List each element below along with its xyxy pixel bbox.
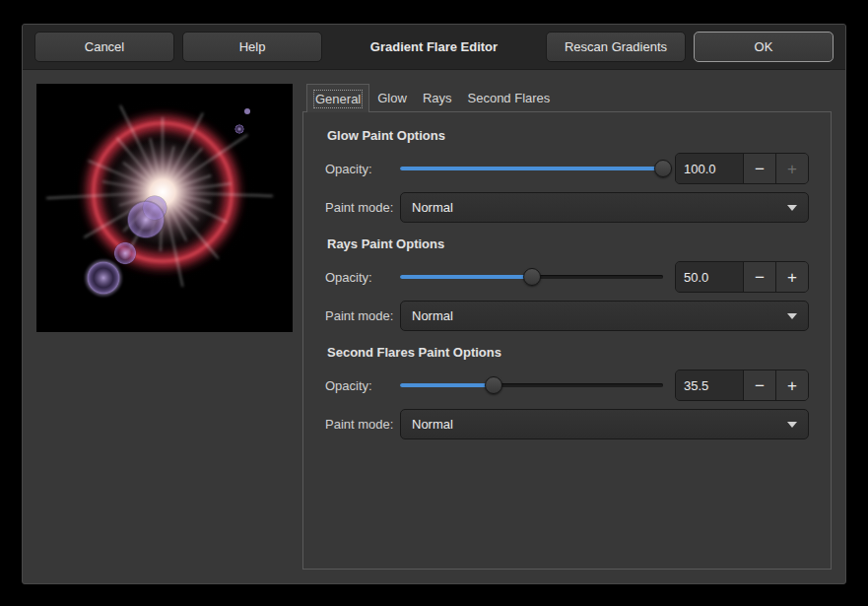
minus-icon: − <box>755 269 765 286</box>
tab-rays-label: Rays <box>423 91 452 105</box>
plus-icon: + <box>787 377 797 394</box>
dropdown-arrow-icon <box>787 422 797 428</box>
tab-second-flares-label: Second Flares <box>468 91 551 105</box>
glow-opacity-row: Opacity: 100.0 − + <box>325 153 809 184</box>
rays-opacity-decrease-button[interactable]: − <box>743 262 775 292</box>
slider-fill <box>400 383 494 387</box>
second-flares-opacity-increase-button[interactable]: + <box>775 370 808 400</box>
help-button[interactable]: Help <box>182 32 322 62</box>
second-flares-paint-options-section: Second Flares Paint Options Opacity: 35.… <box>325 345 809 439</box>
rays-opacity-spinbutton: 50.0 − + <box>675 261 809 293</box>
plus-icon: + <box>787 269 797 286</box>
slider-fill <box>400 275 532 279</box>
rescan-gradients-button[interactable]: Rescan Gradients <box>546 32 686 62</box>
opacity-label: Opacity: <box>325 378 400 393</box>
section-heading: Glow Paint Options <box>327 128 807 143</box>
slider-track <box>400 383 663 387</box>
glow-opacity-spinbutton: 100.0 − + <box>675 153 809 184</box>
tab-second-flares[interactable]: Second Flares <box>460 84 559 111</box>
second-flares-paint-mode-row: Paint mode: Normal <box>325 409 809 439</box>
gradient-flare-editor-window: Cancel Help Gradient Flare Editor Rescan… <box>22 24 846 584</box>
general-tab-panel: Glow Paint Options Opacity: 100.0 − + <box>302 111 832 570</box>
rays-opacity-increase-button[interactable]: + <box>775 262 808 292</box>
tab-glow-label: Glow <box>377 91 407 105</box>
tab-general[interactable]: General <box>306 84 369 112</box>
flare-preview <box>36 84 293 332</box>
dialog-title: Gradient Flare Editor <box>330 39 538 54</box>
glow-opacity-value[interactable]: 100.0 <box>676 154 743 183</box>
tab-general-label: General <box>315 92 361 106</box>
second-flares-opacity-value[interactable]: 35.5 <box>676 370 743 400</box>
rays-paint-options-section: Rays Paint Options Opacity: 50.0 − + <box>325 236 809 331</box>
flare-preview-image <box>36 84 293 332</box>
rays-opacity-slider[interactable] <box>400 262 663 292</box>
glow-opacity-decrease-button[interactable]: − <box>743 154 775 183</box>
second-flares-opacity-spinbutton: 35.5 − + <box>675 370 809 401</box>
second-flares-opacity-row: Opacity: 35.5 − + <box>325 370 809 401</box>
dialog-header: Cancel Help Gradient Flare Editor Rescan… <box>23 25 845 70</box>
section-heading: Rays Paint Options <box>327 236 807 251</box>
rays-paint-mode-row: Paint mode: Normal <box>325 301 809 331</box>
opacity-label: Opacity: <box>325 162 400 176</box>
dropdown-arrow-icon <box>787 205 797 211</box>
tab-rays[interactable]: Rays <box>415 84 460 111</box>
glow-paint-mode-row: Paint mode: Normal <box>325 192 809 223</box>
paint-mode-label: Paint mode: <box>325 200 400 215</box>
plus-icon: + <box>787 161 797 177</box>
paint-mode-label: Paint mode: <box>325 417 400 432</box>
rays-opacity-value[interactable]: 50.0 <box>676 262 743 292</box>
slider-fill <box>400 167 663 170</box>
glow-paint-mode-dropdown[interactable]: Normal <box>400 192 809 223</box>
tab-bar: General Glow Rays Second Flares <box>302 84 832 111</box>
rays-opacity-row: Opacity: 50.0 − + <box>325 261 809 293</box>
paint-mode-label: Paint mode: <box>325 308 400 323</box>
dropdown-arrow-icon <box>787 313 797 319</box>
ok-button[interactable]: OK <box>694 32 834 62</box>
slider-handle[interactable] <box>485 376 502 394</box>
glow-paint-options-section: Glow Paint Options Opacity: 100.0 − + <box>325 128 809 223</box>
tab-glow[interactable]: Glow <box>369 84 415 111</box>
slider-handle[interactable] <box>523 268 541 286</box>
paint-mode-value: Normal <box>412 417 453 432</box>
slider-track <box>400 167 663 170</box>
slider-handle[interactable] <box>654 160 672 177</box>
minus-icon: − <box>755 377 765 394</box>
second-flares-opacity-decrease-button[interactable]: − <box>743 370 775 400</box>
opacity-label: Opacity: <box>325 270 400 285</box>
paint-mode-value: Normal <box>412 308 453 323</box>
section-heading: Second Flares Paint Options <box>327 345 807 360</box>
second-flares-paint-mode-dropdown[interactable]: Normal <box>400 409 809 439</box>
minus-icon: − <box>755 161 765 177</box>
glow-opacity-slider[interactable] <box>400 154 663 183</box>
cancel-button[interactable]: Cancel <box>34 32 174 62</box>
glow-opacity-increase-button[interactable]: + <box>775 154 808 183</box>
rays-paint-mode-dropdown[interactable]: Normal <box>400 301 809 331</box>
second-flares-opacity-slider[interactable] <box>400 370 663 400</box>
dialog-content: General Glow Rays Second Flares Glow Pai… <box>23 70 845 583</box>
paint-mode-value: Normal <box>412 200 453 215</box>
editor-right-column: General Glow Rays Second Flares Glow Pai… <box>302 84 832 570</box>
